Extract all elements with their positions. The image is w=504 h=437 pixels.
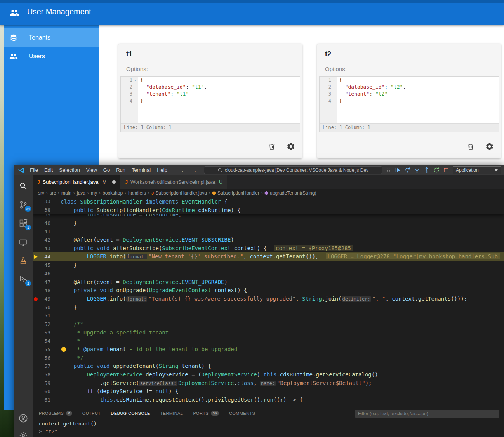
code-line-51[interactable]: 51 [33,312,504,320]
breadcrumb-folder[interactable]: src [50,190,56,196]
code-line-53[interactable]: 53 * Upgrade a specified tenant [33,329,504,337]
breadcrumb-file[interactable]: JSubscriptionHandler.java [151,190,207,196]
source-control-activity-icon[interactable]: 31 [14,197,33,212]
bottom-panel: PROBLEMS6OUTPUTDEBUG CONSOLETERMINALPORT… [33,408,504,437]
json-editor[interactable]: 1▾{2 "database_id": "t2",3 "tenant": "t2… [319,76,499,132]
breakpoint-icon[interactable] [33,295,39,303]
back-arrow-icon[interactable]: ← [181,165,186,175]
debug-step-out-button[interactable] [424,167,430,173]
breadcrumb-method[interactable]: upgradeTenant(String) [265,190,316,196]
code-line-61[interactable]: 61 this.cdsRuntime.requestContext().priv… [33,396,504,404]
settings-gear-icon[interactable] [14,428,33,437]
card-actions [268,142,295,151]
search-activity-icon[interactable] [14,178,33,194]
code-editor[interactable]: 39 this.cdsRuntime = cdsRuntime;40 }4142… [33,197,504,408]
menu-help[interactable]: Help [154,165,170,175]
code-line-2[interactable]: 2 "database_id": "t2", [320,84,499,91]
code-line-33[interactable]: 33class SubscriptionHandler implements E… [33,197,504,206]
debug-step-over-button[interactable] [404,167,410,173]
code-line-50[interactable]: 50 } [33,303,504,312]
tab-subscriptionhandler-java[interactable]: J SubscriptionHandler.java M [33,175,120,189]
code-line-1[interactable]: 1▾{ [121,77,300,84]
code-line-45[interactable]: 45 } [33,261,504,270]
fold-column [132,84,138,91]
sidebar-item-tenants[interactable]: Tenants [4,28,99,47]
menu-view[interactable]: View [83,165,100,175]
debug-config-dropdown[interactable]: Application [453,166,501,174]
remote-explorer-activity-icon[interactable] [14,235,33,251]
code-line-46[interactable]: 46 [33,270,504,278]
debug-step-into-button[interactable] [414,167,420,173]
tenant-settings-button[interactable] [287,142,295,151]
code-line-48[interactable]: 48 private void onUpgrade(UpgradeEventCo… [33,286,504,295]
code-line-43[interactable]: 43 public void afterSubscribe(SubscribeE… [33,244,504,253]
panel-tab-output[interactable]: OUTPUT [82,409,101,418]
run-debug-activity-icon[interactable]: 2 [14,272,33,287]
code-line-40[interactable]: 40 } [33,219,504,228]
code-text: .getService(serviceClass:DeploymentServi… [61,379,504,388]
breadcrumb-folder[interactable]: my [91,190,97,196]
code-line-58[interactable]: 58 DeploymentService deployService = (De… [33,371,504,379]
debug-stop-button[interactable] [443,167,449,173]
menu-edit[interactable]: Edit [41,165,56,175]
lightbulb-icon[interactable] [61,347,66,352]
code-line-4[interactable]: 4} [320,97,499,104]
testing-activity-icon[interactable] [14,253,33,268]
code-line-52[interactable]: 52 /** [33,320,504,329]
breadcrumb-folder[interactable]: handlers [128,190,146,196]
tenant-settings-button[interactable] [485,142,494,151]
menu-file[interactable]: File [27,165,41,175]
code-line-41[interactable]: 41 [33,227,504,236]
breadcrumb-folder[interactable]: main [61,190,71,196]
breadcrumb-folder[interactable]: srv [38,190,44,196]
code-line-49[interactable]: 49 LOGGER.info(format:"Tenant(s) {} was/… [33,295,504,303]
menu-run[interactable]: Run [113,165,129,175]
json-code[interactable]: 1▾{2 "database_id": "t1",3 "tenant": "t1… [121,77,300,123]
code-line-59[interactable]: 59 .getService(serviceClass:DeploymentSe… [33,379,504,388]
fold-caret-icon[interactable]: ▾ [331,77,337,84]
command-center[interactable]: cloud-cap-samples-java [Dev Container: V… [204,166,382,174]
debug-restart-button[interactable] [433,167,440,173]
code-line-55[interactable]: 55 * @param tenant - id of the tenant to… [33,345,504,354]
code-line-38[interactable]: 38 public SubscriptionHandler(CdsRuntime… [33,206,504,214]
forward-arrow-icon[interactable]: → [191,165,197,175]
breadcrumb-class[interactable]: SubscriptionHandler [212,190,259,196]
code-line-4[interactable]: 4} [121,97,300,104]
delete-tenant-button[interactable] [467,142,474,151]
code-line-1[interactable]: 1▾{ [320,77,499,84]
menu-go[interactable]: Go [100,165,113,175]
panel-tab-problems[interactable]: PROBLEMS6 [39,409,72,418]
expand-chevron-icon[interactable]: > [39,428,42,434]
breadcrumb-folder[interactable]: bookshop [103,190,123,196]
menu-terminal[interactable]: Terminal [129,165,154,175]
code-line-42[interactable]: 42 @After(event = DeploymentService.EVEN… [33,236,504,244]
debug-console-output[interactable]: context.getTenant()>"t2" [39,420,504,435]
code-line-2[interactable]: 2 "database_id": "t1", [121,84,300,91]
breadcrumb-folder[interactable]: java [77,190,85,196]
fold-caret-icon[interactable]: ▾ [132,77,138,84]
code-line-57[interactable]: 57 public void upgradeTenant(String tena… [33,362,504,371]
unsaved-dot-icon[interactable] [112,180,116,184]
panel-tab-ports[interactable]: PORTS39 [193,409,219,418]
gripper-icon[interactable] [386,167,391,173]
debug-continue-button[interactable] [395,167,401,173]
json-editor[interactable]: 1▾{2 "database_id": "t1",3 "tenant": "t1… [120,76,300,132]
code-line-54[interactable]: 54 * [33,337,504,345]
tab-workzonenotificationserviceimpl-java[interactable]: J WorkzoneNotificationServiceImpl.java U [120,175,228,189]
code-line-3[interactable]: 3 "tenant": "t2" [320,91,499,97]
code-line-47[interactable]: 47 @After(event = DeploymentService.EVEN… [33,278,504,287]
code-line-60[interactable]: 60 if (deployService != null) { [33,387,504,396]
panel-tab-terminal[interactable]: TERMINAL [160,409,183,418]
account-icon[interactable] [14,411,33,426]
code-line-3[interactable]: 3 "tenant": "t1" [121,91,300,97]
code-line-56[interactable]: 56 */ [33,354,504,362]
extensions-activity-icon[interactable]: 1 [14,216,33,231]
panel-tab-comments[interactable]: COMMENTS [229,409,255,418]
code-line-44[interactable]: 44 LOGGER.info(format:"New tenant '{}' s… [33,252,504,261]
console-filter-input[interactable] [355,410,499,418]
delete-tenant-button[interactable] [268,142,276,151]
menu-selection[interactable]: Selection [56,165,83,175]
sidebar-item-users[interactable]: Users [4,47,99,66]
json-code[interactable]: 1▾{2 "database_id": "t2",3 "tenant": "t2… [320,77,499,123]
panel-tab-debug-console[interactable]: DEBUG CONSOLE [111,409,150,418]
